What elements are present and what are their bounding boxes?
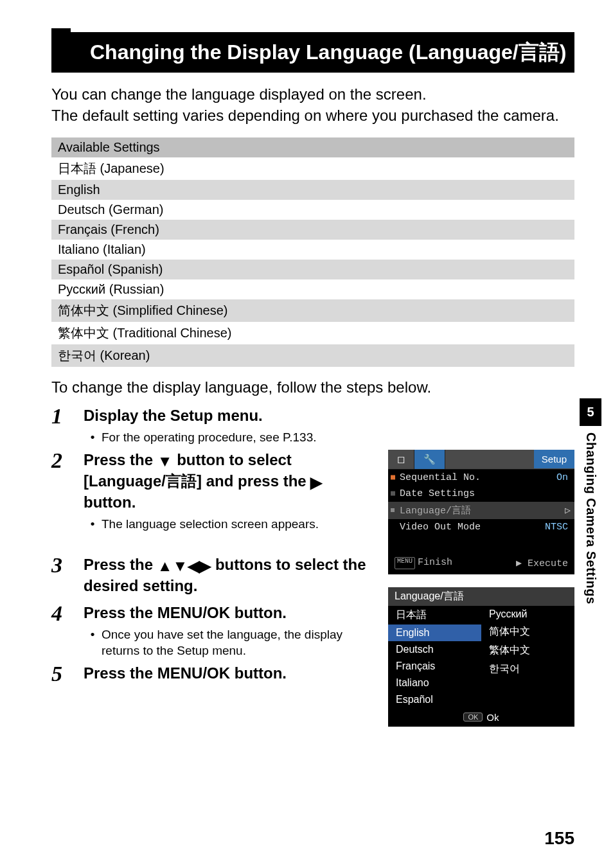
table-row: Español (Spanish) bbox=[51, 260, 574, 279]
step-1: 1 Display the Setup menu. • For the oper… bbox=[51, 405, 574, 446]
settings-table: Available Settings 日本語 (Japanese) Englis… bbox=[51, 137, 574, 367]
right-arrow-icon: ▷ bbox=[565, 504, 571, 517]
step-number: 2 bbox=[51, 450, 84, 472]
step-number: 3 bbox=[51, 554, 84, 576]
step-number: 4 bbox=[51, 603, 84, 624]
step-bullet: • Once you have set the language, the di… bbox=[84, 626, 373, 659]
table-row: Français (French) bbox=[51, 220, 574, 240]
step-title: Press the MENU/OK button. bbox=[84, 663, 373, 683]
table-row: 繁体中文 (Traditional Chinese) bbox=[51, 322, 574, 344]
table-row: 日本語 (Japanese) bbox=[51, 157, 574, 180]
left-triangle-icon: ◀ bbox=[188, 556, 199, 576]
up-triangle-icon: ▲ bbox=[157, 556, 173, 576]
t: Press the bbox=[84, 556, 157, 573]
right-triangle-icon: ▶ bbox=[199, 556, 211, 576]
right-triangle-icon: ▶ bbox=[310, 472, 322, 492]
section-title: Changing the Display Language (Language/… bbox=[51, 32, 574, 73]
bullet-dot: • bbox=[84, 516, 102, 533]
step-title: Press the ▼ button to select [Language/言… bbox=[84, 450, 373, 513]
lang-option-selected: English bbox=[388, 624, 481, 641]
lang-option: Français bbox=[388, 658, 481, 675]
intro-text: You can change the language displayed on… bbox=[51, 84, 574, 126]
lang-option: Deutsch bbox=[388, 641, 481, 658]
bullet-dot: • bbox=[84, 626, 102, 659]
chapter-tab: 5 Changing Camera Settings bbox=[580, 398, 601, 605]
lang-option bbox=[481, 684, 574, 689]
menu-badge: MENU bbox=[395, 557, 415, 569]
step-3: 3 Press the ▲▼◀▶ buttons to select the d… bbox=[51, 554, 373, 596]
setup-tab-icon: 🔧 bbox=[414, 450, 445, 469]
section-title-text: Changing the Display Language (Language/… bbox=[90, 39, 567, 66]
menu-item: Video Out Mode bbox=[400, 522, 481, 533]
menu-item: Date Settings bbox=[400, 488, 475, 499]
lang-option: Русский bbox=[481, 606, 574, 623]
step-5: 5 Press the MENU/OK button. bbox=[51, 663, 373, 685]
lang-option: 繁体中文 bbox=[481, 641, 574, 660]
language-select-screenshot: Language/言語 日本語 English Deutsch Français… bbox=[388, 587, 574, 727]
chapter-label: Changing Camera Settings bbox=[583, 432, 598, 605]
lang-option: 简体中文 bbox=[481, 623, 574, 641]
lang-option: Español bbox=[388, 691, 481, 708]
ok-badge: OK bbox=[463, 713, 483, 722]
lang-option: Italiano bbox=[388, 675, 481, 691]
chapter-number: 5 bbox=[580, 398, 601, 426]
step-number: 5 bbox=[51, 663, 84, 685]
menu-item: Language/言語 bbox=[400, 504, 471, 517]
menu-value: On bbox=[556, 472, 568, 483]
step-title: Display the Setup menu. bbox=[84, 405, 574, 425]
lang-option: 한국어 bbox=[481, 660, 574, 678]
table-row: Italiano (Italian) bbox=[51, 240, 574, 260]
step-bullet: • The language selection screen appears. bbox=[84, 516, 373, 533]
ok-label: Ok bbox=[486, 712, 499, 723]
table-row: Deutsch (German) bbox=[51, 200, 574, 220]
footer-right: ▶ Execute bbox=[516, 557, 568, 569]
down-triangle-icon: ▼ bbox=[173, 556, 188, 576]
bullet-text: Once you have set the language, the disp… bbox=[102, 626, 373, 659]
lang-option: 日本語 bbox=[388, 606, 481, 624]
menu-item: Sequential No. bbox=[400, 472, 481, 483]
footer-left: Finish bbox=[418, 557, 452, 569]
down-triangle-icon: ▼ bbox=[157, 451, 173, 471]
camera-setup-screenshot: ◻ 🔧 Setup Sequential No.On Date Settings… bbox=[388, 450, 574, 574]
step-4: 4 Press the MENU/OK button. • Once you h… bbox=[51, 603, 373, 659]
step-title: Press the MENU/OK button. bbox=[84, 603, 373, 623]
t: button. bbox=[84, 493, 136, 511]
menu-value: NTSC bbox=[545, 522, 568, 533]
bullet-text: The language selection screen appears. bbox=[102, 516, 319, 533]
lang-option bbox=[481, 678, 574, 684]
step-bullet: • For the operating procedure, see P.133… bbox=[84, 429, 574, 446]
bullet-text: For the operating procedure, see P.133. bbox=[102, 429, 317, 446]
table-row: English bbox=[51, 180, 574, 200]
instruction-lead: To change the display language, follow t… bbox=[51, 378, 574, 396]
table-header: Available Settings bbox=[51, 137, 574, 157]
step-number: 1 bbox=[51, 405, 84, 427]
table-row: 简体中文 (Simplified Chinese) bbox=[51, 299, 574, 322]
page-number: 155 bbox=[544, 828, 574, 849]
setup-label: Setup bbox=[534, 450, 574, 468]
table-row: 한국어 (Korean) bbox=[51, 344, 574, 367]
table-row: Русский (Russian) bbox=[51, 279, 574, 299]
dialog-header: Language/言語 bbox=[388, 587, 574, 606]
step-2: 2 Press the ▼ button to select [Language… bbox=[51, 450, 373, 533]
camera-tab-icon: ◻ bbox=[388, 450, 414, 469]
step-title: Press the ▲▼◀▶ buttons to select the des… bbox=[84, 554, 373, 596]
bullet-dot: • bbox=[84, 429, 102, 446]
t: Press the bbox=[84, 451, 157, 468]
